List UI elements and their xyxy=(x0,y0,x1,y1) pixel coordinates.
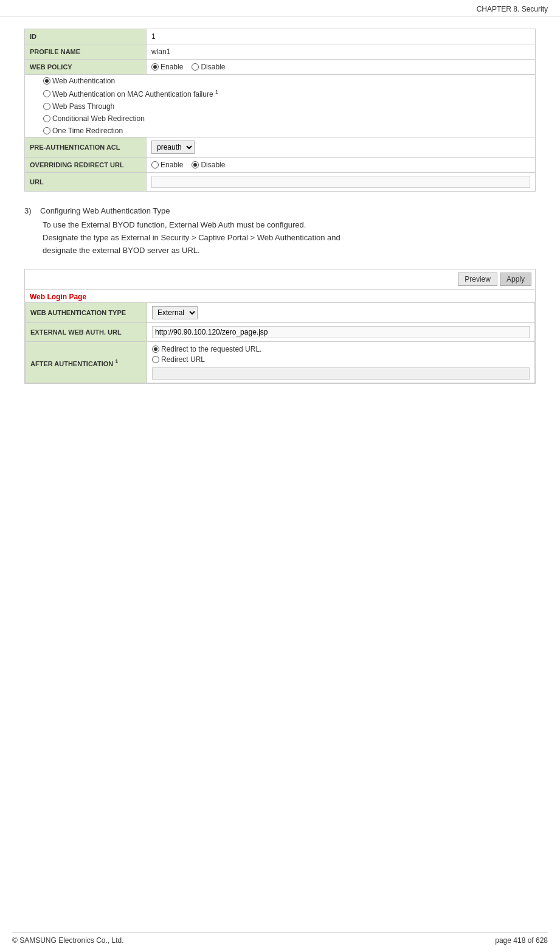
web-policy-value: Enable Disable xyxy=(147,60,536,75)
table-row: AFTER AUTHENTICATION 1 Redirect to the r… xyxy=(26,342,535,383)
section-3-body: To use the External BYOD function, Exter… xyxy=(43,219,536,257)
web-auth-radio[interactable]: Web Authentication xyxy=(43,77,530,85)
conditional-redirect-label: Conditional Web Redirection xyxy=(52,114,145,123)
redirect-requested-label: Redirect to the requested URL. xyxy=(161,345,261,353)
after-auth-options: Redirect to the requested URL. Redirect … xyxy=(152,345,530,380)
override-disable-option[interactable]: Disable xyxy=(192,161,225,169)
pre-auth-acl-label: PRE-AUTHENTICATION ACL xyxy=(25,137,147,158)
redirect-requested-url-option[interactable]: Redirect to the requested URL. xyxy=(152,345,530,353)
table-row: WEB AUTHENTICATION TYPE External xyxy=(26,303,535,323)
disable-label: Disable xyxy=(201,63,225,71)
apply-button[interactable]: Apply xyxy=(500,273,531,286)
web-policy-label: WEB POLICY xyxy=(25,60,147,75)
redirect-url-label: Redirect URL xyxy=(161,355,205,364)
table-row: URL xyxy=(25,173,536,192)
chapter-title: CHAPTER 8. Security xyxy=(477,5,548,13)
section-3-text: 3) Configuring Web Authentication Type T… xyxy=(24,206,536,257)
ext-web-auth-url-value: http://90.90.100.120/zero_page.jsp xyxy=(147,323,535,342)
table-row: PRE-AUTHENTICATION ACL preauth xyxy=(25,137,536,158)
page-footer: © SAMSUNG Electronics Co., Ltd. page 418… xyxy=(12,932,548,945)
url-value xyxy=(147,173,536,192)
table-row: ID 1 xyxy=(25,29,536,44)
table-row: OVERRIDING REDIRECT URL Enable Disable xyxy=(25,158,536,173)
mac-auth-label: Web Authentication on MAC Authentication… xyxy=(52,89,218,99)
page-header: CHAPTER 8. Security xyxy=(0,0,560,16)
web-auth-label: Web Authentication xyxy=(52,77,115,85)
profile-config-table: ID 1 PROFILE NAME wlan1 WEB POLICY Enabl… xyxy=(24,29,536,192)
radio-dot-redirect-requested xyxy=(152,346,159,353)
radio-dot-redirect-url xyxy=(152,356,159,363)
table-row: Web Pass Through xyxy=(25,100,536,113)
web-login-container: Preview Apply Web Login Page WEB AUTHENT… xyxy=(24,269,536,384)
profile-name-label: PROFILE NAME xyxy=(25,44,147,60)
mac-auth-radio[interactable]: Web Authentication on MAC Authentication… xyxy=(43,89,530,99)
table-row: PROFILE NAME wlan1 xyxy=(25,44,536,60)
override-redirect-value: Enable Disable xyxy=(147,158,536,173)
ext-web-auth-url-label: EXTERNAL WEB AUTH. URL xyxy=(26,323,147,342)
radio-dot-disable xyxy=(192,63,199,71)
override-redirect-radio-group: Enable Disable xyxy=(151,161,530,169)
ext-web-auth-url-input[interactable]: http://90.90.100.120/zero_page.jsp xyxy=(152,326,530,338)
radio-dot-mac-auth xyxy=(43,90,50,97)
one-time-redirect-label: One Time Redirection xyxy=(52,127,123,135)
profile-name-value: wlan1 xyxy=(147,44,536,60)
after-auth-label: AFTER AUTHENTICATION 1 xyxy=(26,342,147,383)
web-login-toolbar: Preview Apply xyxy=(25,269,535,290)
table-row: WEB POLICY Enable Disable xyxy=(25,60,536,75)
radio-dot-override-enable xyxy=(151,161,159,169)
pre-auth-acl-value: preauth xyxy=(147,137,536,158)
radio-dot-pass-through xyxy=(43,103,50,110)
table-row: Web Authentication xyxy=(25,75,536,88)
web-auth-type-value: External xyxy=(147,303,535,323)
url-label: URL xyxy=(25,173,147,192)
redirect-url-option[interactable]: Redirect URL xyxy=(152,355,530,364)
radio-dot-conditional xyxy=(43,115,50,122)
override-enable-option[interactable]: Enable xyxy=(151,161,183,169)
web-auth-type-label: WEB AUTHENTICATION TYPE xyxy=(26,303,147,323)
one-time-redirect-radio[interactable]: One Time Redirection xyxy=(43,127,530,135)
copyright: © SAMSUNG Electronics Co., Ltd. xyxy=(12,936,124,945)
after-auth-value: Redirect to the requested URL. Redirect … xyxy=(147,342,535,383)
preview-button[interactable]: Preview xyxy=(458,273,497,286)
section-body-line2: Designate the type as External in Securi… xyxy=(43,233,340,242)
table-row: One Time Redirection xyxy=(25,125,536,137)
pass-through-radio[interactable]: Web Pass Through xyxy=(43,102,530,111)
section-3-title: 3) Configuring Web Authentication Type xyxy=(24,206,536,215)
section-body-line3: designate the external BYOD server as UR… xyxy=(43,246,200,255)
id-value: 1 xyxy=(147,29,536,44)
radio-dot-web-auth xyxy=(43,77,50,85)
redirect-url-input[interactable] xyxy=(152,367,530,380)
web-auth-type-select[interactable]: External xyxy=(152,306,198,319)
web-policy-enable-option[interactable]: Enable xyxy=(151,63,183,71)
radio-dot-one-time xyxy=(43,127,50,134)
pass-through-option: Web Pass Through xyxy=(25,100,536,113)
override-redirect-label: OVERRIDING REDIRECT URL xyxy=(25,158,147,173)
override-disable-label: Disable xyxy=(201,161,225,169)
web-login-table: WEB AUTHENTICATION TYPE External EXTERNA… xyxy=(25,302,535,383)
radio-dot-override-disable xyxy=(192,161,199,169)
conditional-redirect-option: Conditional Web Redirection xyxy=(25,113,536,125)
table-row: Conditional Web Redirection xyxy=(25,113,536,125)
radio-dot-enable xyxy=(151,63,159,71)
web-auth-option: Web Authentication xyxy=(25,75,536,88)
section-heading: Configuring Web Authentication Type xyxy=(40,206,170,215)
table-row: Web Authentication on MAC Authentication… xyxy=(25,87,536,100)
web-policy-disable-option[interactable]: Disable xyxy=(192,63,225,71)
section-body-line1: To use the External BYOD function, Exter… xyxy=(43,220,306,229)
pass-through-label: Web Pass Through xyxy=(52,102,114,111)
one-time-redirect-option: One Time Redirection xyxy=(25,125,536,137)
override-enable-label: Enable xyxy=(161,161,183,169)
section-number: 3) xyxy=(24,206,32,215)
page-content: ID 1 PROFILE NAME wlan1 WEB POLICY Enabl… xyxy=(0,16,560,408)
id-label: ID xyxy=(25,29,147,44)
enable-label: Enable xyxy=(161,63,183,71)
mac-auth-option: Web Authentication on MAC Authentication… xyxy=(25,87,536,100)
table-row: EXTERNAL WEB AUTH. URL http://90.90.100.… xyxy=(26,323,535,342)
web-login-page-title: Web Login Page xyxy=(25,290,535,302)
page-number: page 418 of 628 xyxy=(495,936,548,945)
conditional-redirect-radio[interactable]: Conditional Web Redirection xyxy=(43,114,530,123)
pre-auth-acl-select[interactable]: preauth xyxy=(151,141,195,154)
web-policy-radio-group: Enable Disable xyxy=(151,63,530,71)
url-input[interactable] xyxy=(151,176,530,188)
